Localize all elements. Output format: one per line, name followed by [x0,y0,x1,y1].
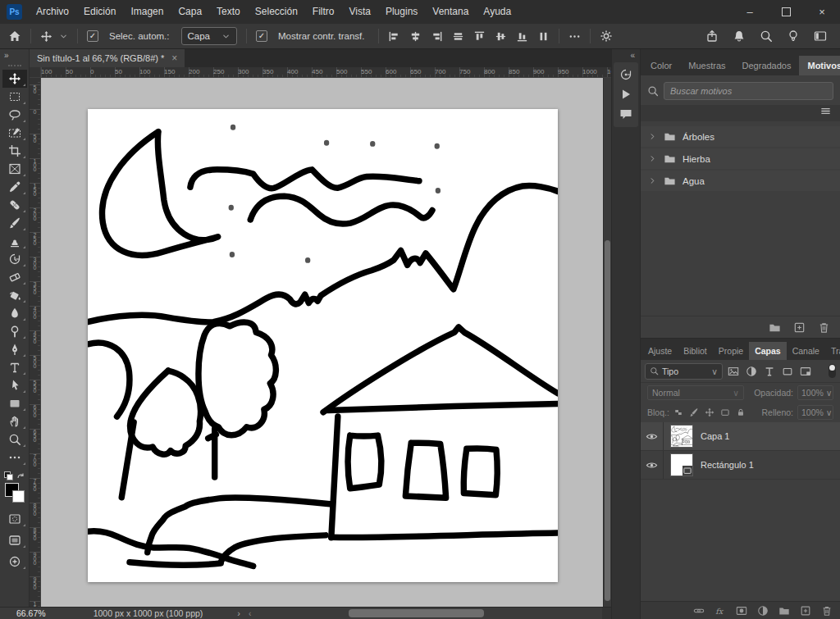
blur-tool[interactable] [2,304,27,322]
minimize-button[interactable]: – [732,0,768,24]
panel-tab[interactable]: Color [642,56,680,75]
vertical-scrollbar[interactable] [603,78,611,607]
align-top-icon[interactable] [473,30,486,43]
eraser-tool[interactable] [2,268,27,286]
menu-item[interactable]: Ayuda [476,0,518,24]
frame-tool[interactable] [2,160,27,178]
menu-item[interactable]: Vista [341,0,377,24]
filter-toggle-switch[interactable] [829,364,836,378]
menu-item[interactable]: Imagen [123,0,171,24]
align-vertical-center-icon[interactable] [495,30,507,43]
healing-brush-tool[interactable] [2,196,27,214]
menu-item[interactable]: Selección [248,0,305,24]
extras-button[interactable] [2,553,27,571]
menu-item[interactable]: Archivo [29,0,76,24]
background-color-swatch[interactable] [12,490,25,503]
new-layer-icon[interactable] [800,605,811,617]
move-tool-preset-icon[interactable] [40,30,52,43]
distribute-vertical-icon[interactable] [537,30,550,43]
lock-pixels-icon[interactable] [689,407,699,417]
new-pattern-icon[interactable] [793,321,806,334]
filter-shape-layers-icon[interactable] [782,366,793,377]
hand-tool[interactable] [2,412,27,430]
panel-tab[interactable]: Ajuste [642,342,678,360]
edit-toolbar-button[interactable] [2,448,27,467]
auto-select-target-dropdown[interactable]: Capa [181,27,238,45]
filter-type-layers-icon[interactable] [764,366,775,377]
move-tool[interactable] [2,70,27,88]
toolbar-grip[interactable] [8,65,21,66]
workspace-panel-icon[interactable] [814,30,827,43]
layer-name[interactable]: Capa 1 [701,431,729,441]
lock-all-icon[interactable] [736,407,746,417]
status-next-icon[interactable]: › [237,608,240,618]
zoom-level-field[interactable]: 66.67% [16,608,46,618]
fill-field[interactable]: 100% ∨ [797,405,833,420]
lasso-tool[interactable] [2,106,27,124]
workspace-settings-gear-icon[interactable] [600,30,613,43]
chevron-right-icon[interactable] [648,132,657,141]
document-tab[interactable]: Sin título-1 al 66,7% (RGB/8#) * × [30,49,185,67]
brush-tool[interactable] [2,214,27,232]
layer-row[interactable]: Rectángulo 1 [641,451,840,480]
shape-tool[interactable] [2,394,27,412]
layer-row[interactable]: Capa 1 [641,422,840,451]
preset-chevron-icon[interactable] [59,32,68,41]
foreground-background-swatches[interactable] [4,482,25,503]
screen-mode-button[interactable] [2,531,27,549]
layer-thumbnail[interactable] [670,453,693,476]
discover-lightbulb-icon[interactable] [787,30,800,43]
document-canvas[interactable] [88,109,558,582]
panel-tab[interactable]: Propie [713,342,749,360]
swap-colors-icon[interactable] [16,472,25,480]
layer-name[interactable]: Rectángulo 1 [701,460,754,470]
dock-expand-icon[interactable]: « [612,49,640,60]
clone-stamp-tool[interactable] [2,232,27,250]
menu-item[interactable]: Texto [209,0,248,24]
more-options-icon[interactable] [568,30,581,43]
filter-pixel-layers-icon[interactable] [728,366,739,377]
history-panel-icon[interactable] [614,65,638,84]
close-button[interactable]: × [804,0,840,24]
align-horizontal-center-icon[interactable] [409,30,422,43]
toolbar-collapse-icon[interactable]: » [0,49,9,62]
panel-tab[interactable]: Motivos [799,56,840,75]
align-left-icon[interactable] [388,30,400,43]
align-bottom-icon[interactable] [516,30,528,43]
status-prev-icon[interactable]: ‹ [249,609,251,618]
lock-artboard-icon[interactable] [720,407,730,417]
share-icon[interactable] [705,30,719,43]
menu-item[interactable]: Edición [76,0,123,24]
lock-position-icon[interactable] [705,407,714,417]
blend-mode-dropdown[interactable]: Normal ∨ [647,385,744,400]
distribute-horizontal-icon[interactable] [452,30,464,43]
chevron-right-icon[interactable] [648,176,657,185]
zoom-tool[interactable] [2,430,27,448]
quick-mask-button[interactable] [2,510,27,528]
layer-visibility-eye-icon[interactable] [641,422,664,450]
layer-effects-icon[interactable] [714,605,726,617]
delete-icon[interactable] [818,321,830,334]
auto-select-checkbox[interactable]: ✓ [87,30,98,42]
pen-tool[interactable] [2,340,27,358]
crop-tool[interactable] [2,142,27,160]
layer-mask-icon[interactable] [736,605,747,617]
pattern-group-row[interactable]: Hierba [641,148,840,169]
layer-thumbnail[interactable] [670,425,693,448]
menu-item[interactable]: Capa [171,0,209,24]
history-brush-tool[interactable] [2,250,27,268]
menu-item[interactable]: Filtro [305,0,342,24]
layer-visibility-eye-icon[interactable] [641,451,664,479]
patterns-search-input[interactable] [664,82,833,100]
eyedropper-tool[interactable] [2,178,27,196]
panel-tab[interactable]: Bibliot [678,342,713,360]
object-selection-tool[interactable] [2,124,27,142]
panel-tab[interactable]: Canale [787,342,825,360]
opacity-field[interactable]: 100% ∨ [797,385,833,400]
comments-panel-icon[interactable] [614,104,638,124]
dodge-tool[interactable] [2,322,27,340]
paint-bucket-tool[interactable] [2,286,27,304]
type-tool[interactable] [2,358,27,376]
tab-close-icon[interactable]: × [171,52,177,64]
default-colors-icon[interactable] [4,471,13,480]
